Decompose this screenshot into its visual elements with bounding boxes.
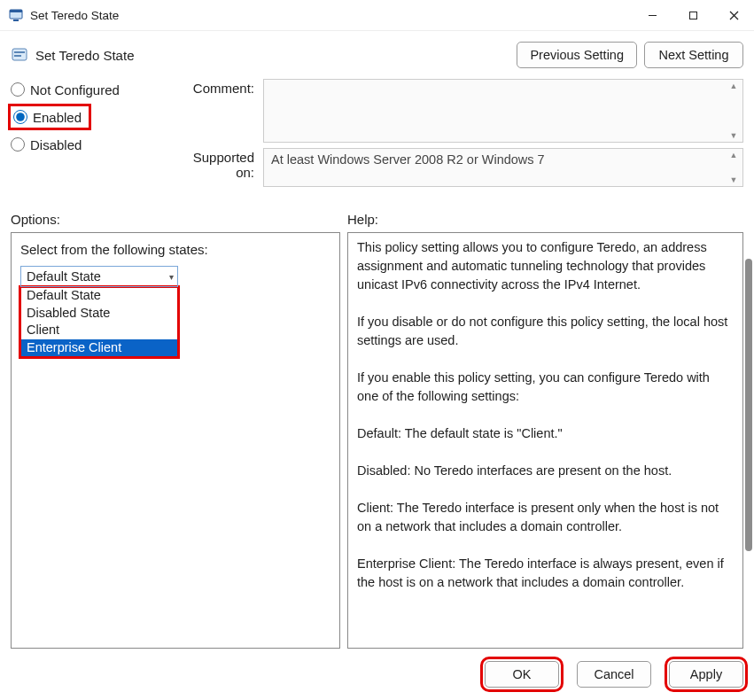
radio-enabled[interactable]: Enabled [13,110,82,124]
supported-on-label: Supported on: [179,148,263,187]
dropdown-item[interactable]: Default State [21,287,177,305]
scroll-arrows: ▲▼ [727,151,741,184]
cancel-button[interactable]: Cancel [577,661,651,688]
svg-rect-9 [14,55,21,57]
supported-on-field: At least Windows Server 2008 R2 or Windo… [263,148,743,187]
radio-label: Not Configured [30,83,120,97]
mid-labels: Options: Help: [0,192,754,232]
svg-rect-4 [689,12,696,19]
config-area: Not Configured Enabled Disabled Comment:… [0,74,754,192]
supported-on-text: At least Windows Server 2008 R2 or Windo… [271,152,545,167]
next-setting-button[interactable]: Next Setting [644,42,743,68]
chevron-down-icon: ▾ [169,272,174,282]
svg-rect-2 [13,19,19,21]
help-pane: This policy setting allows you to config… [347,232,743,649]
dropdown-item[interactable]: Enterprise Client [21,339,177,357]
previous-setting-button[interactable]: Previous Setting [517,42,637,68]
help-text: This policy setting allows you to config… [357,240,731,589]
svg-rect-8 [14,51,25,53]
state-dropdown-list[interactable]: Default State Disabled State Client Ente… [20,287,178,357]
dropdown-item[interactable]: Disabled State [21,305,177,323]
footer-buttons: OK Cancel Apply [0,649,754,700]
state-radios: Not Configured Enabled Disabled [11,79,179,192]
state-combobox[interactable]: Default State ▾ [20,266,178,287]
options-label: Options: [11,212,347,227]
svg-rect-1 [10,10,22,12]
ok-button[interactable]: OK [485,661,559,688]
options-pane: Select from the following states: Defaul… [11,232,340,649]
minimize-button[interactable] [632,0,672,30]
window-title: Set Teredo State [30,9,119,22]
window: Set Teredo State Set Teredo State Previo… [0,0,754,700]
policy-name: Set Teredo State [35,48,134,63]
svg-rect-7 [12,49,27,60]
scroll-arrows: ▲▼ [727,82,741,140]
close-button[interactable] [713,0,754,30]
apply-button[interactable]: Apply [669,661,743,688]
help-label: Help: [347,212,743,227]
header-row: Set Teredo State Previous Setting Next S… [0,31,754,74]
comment-field[interactable]: ▲▼ [263,79,743,143]
lower-panes: Select from the following states: Defaul… [0,232,754,649]
combobox-value: Default State [27,269,101,284]
radio-label: Disabled [30,138,82,152]
dropdown-item[interactable]: Client [21,322,177,339]
radio-disabled[interactable]: Disabled [11,137,179,152]
radio-not-configured[interactable]: Not Configured [11,82,179,97]
titlebar: Set Teredo State [0,0,754,31]
app-icon [9,8,23,22]
options-prompt: Select from the following states: [20,242,330,257]
help-scrollbar[interactable] [745,259,752,551]
comment-label: Comment: [179,79,263,143]
policy-icon [11,46,28,64]
radio-label: Enabled [33,111,82,124]
maximize-button[interactable] [672,0,713,30]
